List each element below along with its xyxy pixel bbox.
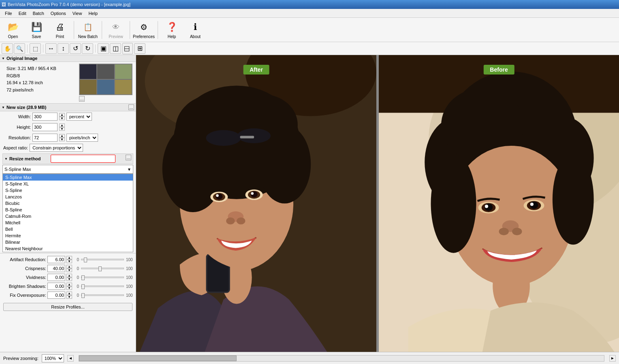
artifact-spinner[interactable]: ▲ ▼ — [66, 256, 72, 263]
height-input[interactable] — [32, 123, 58, 131]
res-up[interactable]: ▲ — [59, 134, 65, 138]
crispness-input[interactable] — [47, 265, 65, 272]
vividness-down[interactable]: ▼ — [66, 277, 72, 281]
unit-select[interactable]: percent pixels inches cm mm — [66, 113, 92, 121]
scroll-left-button[interactable]: ◄ — [67, 355, 74, 362]
method-option-sspline-max[interactable]: S-Spline Max — [3, 174, 133, 181]
method-option-bspline[interactable]: B-Spline — [3, 206, 133, 213]
menu-file[interactable]: File — [2, 10, 15, 17]
print-button[interactable]: 🖨 Print — [49, 19, 71, 41]
width-spinner[interactable]: ▲ ▼ — [59, 113, 65, 120]
scroll-right-button[interactable]: ► — [609, 355, 616, 362]
resize-info-button[interactable]: … — [126, 155, 131, 160]
svg-point-43 — [485, 205, 488, 208]
vividness-spinner[interactable]: ▲ ▼ — [66, 274, 72, 281]
pan-tool-button[interactable]: ✋ — [2, 43, 13, 54]
artifact-input[interactable] — [47, 256, 65, 263]
brighten-thumb[interactable] — [81, 284, 85, 289]
aspect-select[interactable]: Constrain proportions Free Original — [30, 144, 83, 152]
brighten-up[interactable]: ▲ — [66, 283, 72, 286]
resize-profiles-button[interactable]: Resize Profiles... — [3, 303, 132, 311]
method-option-sspline[interactable]: S-Spline — [3, 187, 133, 194]
brighten-down[interactable]: ▼ — [66, 286, 72, 290]
horizontal-scrollbar[interactable] — [79, 355, 604, 362]
res-unit-select[interactable]: pixels/inch pixels/cm — [66, 134, 98, 142]
method-option-bilinear[interactable]: Bilinear — [3, 239, 133, 245]
menu-options[interactable]: Options — [47, 10, 69, 17]
menu-edit[interactable]: Edit — [15, 10, 30, 17]
action-sep-2 — [43, 45, 43, 53]
rotate-ccw-button[interactable]: ↺ — [70, 43, 81, 54]
vividness-track[interactable] — [81, 277, 124, 278]
left-panel: ▼ Original Image Size: 3.21 MB / 965.4 K… — [0, 55, 136, 352]
rotate-cw-button[interactable]: ↻ — [82, 43, 93, 54]
brighten-input[interactable] — [47, 283, 65, 290]
v-flip-button[interactable]: ↕ — [58, 43, 69, 54]
help-button[interactable]: ❓ Help — [160, 19, 183, 41]
h-flip-button[interactable]: ↔ — [45, 43, 57, 54]
crispness-spinner[interactable]: ▲ ▼ — [66, 265, 72, 272]
overexposure-track[interactable] — [81, 294, 124, 296]
help-icon: ❓ — [165, 21, 178, 34]
artifact-down[interactable]: ▼ — [66, 260, 72, 263]
save-button[interactable]: 💾 Save — [25, 19, 48, 41]
height-spinner[interactable]: ▲ ▼ — [59, 123, 65, 131]
method-option-catmull[interactable]: Catmull-Rom — [3, 213, 133, 219]
width-input[interactable] — [32, 113, 58, 121]
resolution-spinner[interactable]: ▲ ▼ — [59, 134, 65, 141]
resolution-input[interactable] — [32, 134, 58, 142]
new-size-info-button[interactable]: … — [128, 104, 134, 110]
thumb-5 — [97, 79, 114, 95]
menu-batch[interactable]: Batch — [30, 10, 47, 17]
overexposure-up[interactable]: ▲ — [66, 292, 72, 295]
view-side-button[interactable]: ⊞ — [134, 43, 145, 54]
method-option-mitchell[interactable]: Mitchell — [3, 219, 133, 226]
overexposure-spinner[interactable]: ▲ ▼ — [66, 292, 72, 299]
zoom-select[interactable]: 50% 75% 100% 150% 200% — [42, 354, 64, 362]
crispness-track[interactable] — [81, 268, 124, 269]
vividness-input[interactable] — [47, 274, 65, 281]
about-button[interactable]: ℹ About — [184, 19, 207, 41]
brighten-spinner[interactable]: ▲ ▼ — [66, 283, 72, 290]
view-single-button[interactable]: ▣ — [98, 43, 109, 54]
method-option-bicubic[interactable]: Bicubic — [3, 200, 133, 206]
svg-point-25 — [237, 217, 245, 224]
open-button[interactable]: 📂 Open — [2, 19, 24, 41]
overexposure-input[interactable] — [47, 292, 65, 299]
thumbnail-info-button[interactable]: … — [79, 96, 85, 102]
overexposure-down[interactable]: ▼ — [66, 295, 72, 299]
method-option-sspline-xl[interactable]: S-Spline XL — [3, 181, 133, 187]
menu-help[interactable]: Help — [85, 10, 101, 17]
vividness-thumb[interactable] — [81, 275, 85, 280]
method-select-trigger[interactable]: S-Spline Max ▼ — [2, 165, 133, 174]
method-option-bell[interactable]: Bell — [3, 226, 133, 232]
width-up[interactable]: ▲ — [59, 113, 65, 117]
scroll-thumb[interactable] — [79, 355, 237, 361]
svg-point-24 — [226, 217, 235, 224]
brighten-track[interactable] — [81, 285, 124, 287]
crispness-up[interactable]: ▲ — [66, 265, 72, 268]
menu-view[interactable]: View — [69, 10, 85, 17]
image-info: Size: 3.21 MB / 965.4 KB RGB/8 16.94 x 1… — [3, 64, 77, 95]
method-option-lanczos[interactable]: Lanczos — [3, 194, 133, 200]
method-option-nearest[interactable]: Nearest Neighbour — [3, 245, 133, 252]
resize-search-input[interactable] — [51, 155, 115, 163]
crispness-down[interactable]: ▼ — [66, 268, 72, 272]
artifact-track[interactable] — [81, 259, 124, 260]
view-split-h-button[interactable]: ◫ — [122, 43, 133, 54]
height-down[interactable]: ▼ — [59, 127, 65, 131]
overexposure-thumb[interactable] — [81, 293, 85, 298]
artifact-up[interactable]: ▲ — [66, 256, 72, 260]
height-up[interactable]: ▲ — [59, 123, 65, 127]
width-down[interactable]: ▼ — [59, 117, 65, 120]
crispness-thumb[interactable] — [98, 266, 102, 271]
preferences-button[interactable]: ⚙ Preferences — [132, 19, 155, 41]
artifact-thumb[interactable] — [84, 258, 87, 262]
new-batch-button[interactable]: 📋 New Batch — [77, 19, 99, 41]
method-option-hermite[interactable]: Hermite — [3, 232, 133, 239]
res-down[interactable]: ▼ — [59, 138, 65, 141]
view-split-v-button[interactable]: ◫ — [110, 43, 121, 54]
fit-button[interactable]: ⬚ — [30, 43, 41, 54]
zoom-tool-button[interactable]: 🔍 — [14, 43, 25, 54]
vividness-up[interactable]: ▲ — [66, 274, 72, 277]
